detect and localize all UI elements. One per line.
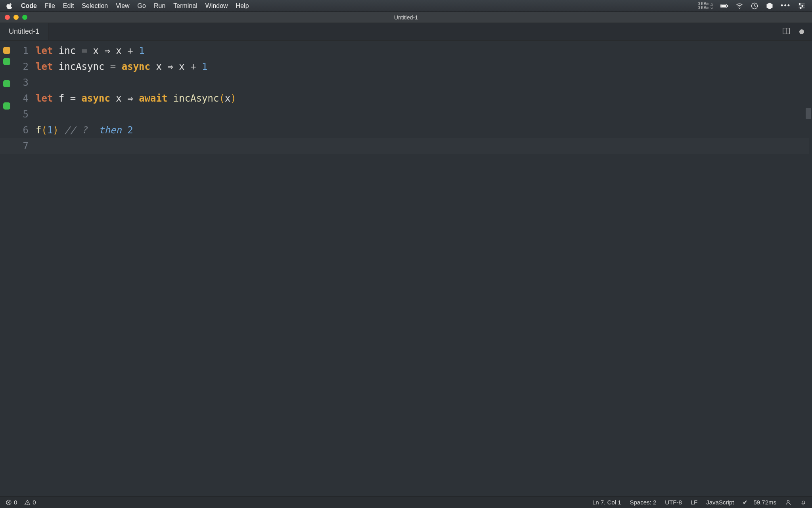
scrollbar-thumb[interactable] bbox=[806, 108, 811, 119]
gutter-marker bbox=[3, 80, 10, 87]
code-content[interactable]: let inc = x ⇒ x + 1let incAsync = async … bbox=[36, 40, 805, 496]
code-line[interactable] bbox=[36, 75, 805, 90]
window-close-button[interactable] bbox=[5, 15, 10, 20]
gutter-marker bbox=[3, 69, 10, 76]
code-line[interactable]: let f = async x ⇒ await incAsync(x) bbox=[36, 90, 805, 106]
status-warnings-count: 0 bbox=[33, 499, 36, 506]
status-bar: 0 0 Ln 7, Col 1 Spaces: 2 UTF-8 LF JavaS… bbox=[0, 496, 812, 508]
menu-overflow-icon[interactable]: ••• bbox=[781, 2, 791, 10]
line-number: 1 bbox=[13, 43, 29, 59]
menu-go[interactable]: Go bbox=[138, 2, 146, 10]
status-language[interactable]: JavaScript bbox=[706, 499, 734, 506]
editor-tab-bar: Untitled-1 bbox=[0, 23, 812, 40]
menu-file[interactable]: File bbox=[45, 2, 55, 10]
status-indentation[interactable]: Spaces: 2 bbox=[630, 499, 657, 506]
apple-logo-icon[interactable] bbox=[6, 2, 13, 9]
gutter-decorations bbox=[0, 40, 13, 496]
menu-extra-cube-icon[interactable] bbox=[766, 2, 774, 10]
menu-run[interactable]: Run bbox=[154, 2, 165, 10]
code-line[interactable]: f(1) // ? then 2 bbox=[36, 122, 805, 138]
menu-selection[interactable]: Selection bbox=[82, 2, 108, 10]
status-account-icon[interactable] bbox=[785, 499, 791, 506]
code-line[interactable]: let inc = x ⇒ x + 1 bbox=[36, 43, 805, 59]
clock-icon[interactable] bbox=[751, 2, 758, 10]
tab-dirty-indicator-icon[interactable] bbox=[799, 29, 804, 34]
svg-point-9 bbox=[802, 5, 803, 6]
gutter-marker bbox=[3, 58, 10, 65]
status-ln-col[interactable]: Ln 7, Col 1 bbox=[592, 499, 621, 506]
line-number: 5 bbox=[13, 106, 29, 122]
window-minimize-button[interactable] bbox=[13, 15, 19, 20]
line-number-gutter: 1234567 bbox=[13, 40, 36, 496]
line-number: 3 bbox=[13, 75, 29, 90]
line-number: 6 bbox=[13, 122, 29, 138]
menu-app[interactable]: Code bbox=[21, 2, 37, 10]
svg-point-16 bbox=[787, 500, 789, 502]
status-bell-icon[interactable] bbox=[800, 499, 806, 506]
gutter-marker bbox=[3, 102, 10, 110]
menu-terminal[interactable]: Terminal bbox=[173, 2, 197, 10]
gutter-marker bbox=[3, 91, 10, 98]
code-line[interactable]: let incAsync = async x ⇒ x + 1 bbox=[36, 59, 805, 75]
status-quokka-timing[interactable]: ✔ 59.72ms bbox=[743, 499, 776, 506]
menu-view[interactable]: View bbox=[116, 2, 129, 10]
traffic-lights bbox=[5, 15, 27, 20]
gutter-marker bbox=[3, 47, 10, 54]
line-number: 2 bbox=[13, 59, 29, 75]
status-errors[interactable]: 0 bbox=[6, 499, 17, 506]
window-title: Untitled-1 bbox=[394, 14, 418, 21]
svg-point-15 bbox=[27, 504, 28, 504]
status-eol[interactable]: LF bbox=[691, 499, 698, 506]
network-speed-indicator: 0 KB/s△ 0 KB/s▽ bbox=[698, 2, 713, 10]
control-center-icon[interactable] bbox=[798, 2, 806, 10]
svg-point-3 bbox=[739, 8, 740, 8]
menu-edit[interactable]: Edit bbox=[63, 2, 74, 10]
status-warnings[interactable]: 0 bbox=[24, 499, 36, 506]
tab-untitled-1[interactable]: Untitled-1 bbox=[0, 23, 48, 40]
svg-rect-2 bbox=[721, 5, 726, 7]
status-errors-count: 0 bbox=[14, 499, 17, 506]
macos-menubar: Code File Edit Selection View Go Run Ter… bbox=[0, 0, 812, 12]
status-encoding[interactable]: UTF-8 bbox=[665, 499, 682, 506]
editor-area[interactable]: 1234567 let inc = x ⇒ x + 1let incAsync … bbox=[0, 40, 812, 496]
svg-rect-1 bbox=[727, 5, 728, 6]
window-titlebar[interactable]: Untitled-1 bbox=[0, 12, 812, 23]
gutter-marker bbox=[3, 114, 10, 121]
svg-point-8 bbox=[799, 3, 800, 4]
tab-label: Untitled-1 bbox=[9, 27, 39, 36]
window-zoom-button[interactable] bbox=[22, 15, 27, 20]
menu-help[interactable]: Help bbox=[236, 2, 249, 10]
split-editor-icon[interactable] bbox=[782, 27, 791, 37]
svg-point-10 bbox=[800, 7, 801, 8]
menu-window[interactable]: Window bbox=[205, 2, 228, 10]
code-line[interactable] bbox=[36, 106, 805, 122]
wifi-icon[interactable] bbox=[735, 2, 743, 10]
battery-icon[interactable] bbox=[720, 2, 728, 10]
line-number: 4 bbox=[13, 90, 29, 106]
